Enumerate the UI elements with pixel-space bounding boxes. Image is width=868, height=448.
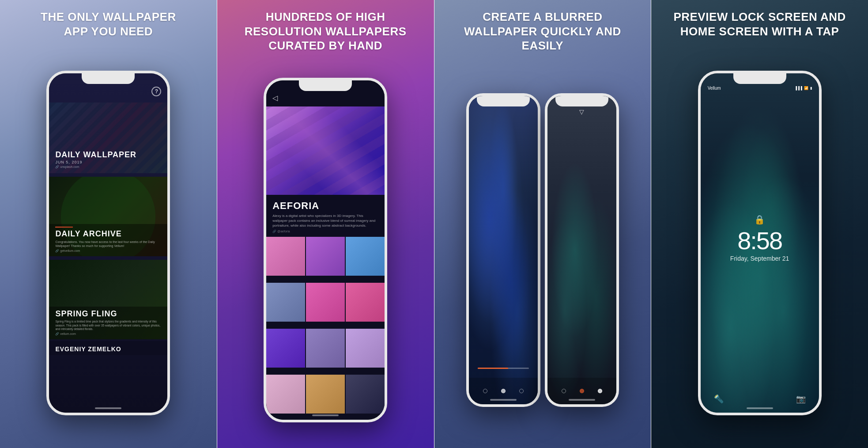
phone-3b-home-indicator xyxy=(569,399,595,401)
phone-3-wrapper: ▽ xyxy=(463,61,623,448)
phone-2-home-indicator xyxy=(312,414,339,416)
phone-3a-content xyxy=(469,96,538,404)
phone-2-content: ◁ AEFORIA Alexy is a digital artist who … xyxy=(266,80,385,420)
archive-wallpaper-item[interactable]: DAILY ARCHIVE Congratulations. You now h… xyxy=(49,177,167,256)
phone-3b-dot-2 xyxy=(580,389,584,393)
daily-wallpaper-label: DAILY WALLPAPER JUN 5, 2019 🔗 unsplash.c… xyxy=(49,147,167,173)
camera-icon: 📷 xyxy=(796,394,806,404)
back-icon[interactable]: ◁ xyxy=(272,94,278,102)
phone-1-content: ? DAILY WALLPAPER JUN 5, 2019 🔗 unsplash… xyxy=(49,73,167,413)
phone-3b-notch xyxy=(555,96,608,106)
gallery-thumb-4[interactable] xyxy=(266,283,305,322)
archive-title: DAILY ARCHIVE xyxy=(55,229,161,239)
phone-3a-slider[interactable] xyxy=(478,368,529,369)
phone-3b-dot-1 xyxy=(562,389,566,393)
archive-desc: Congratulations. You now have access to … xyxy=(55,240,161,248)
battery-icon: ▮ xyxy=(810,86,812,90)
lock-status-name: Vellum xyxy=(708,86,721,91)
spring-fling-item[interactable]: SPRING FLING Spring Fling is a limited t… xyxy=(49,260,167,339)
gallery-thumb-12[interactable] xyxy=(346,375,385,414)
lock-bottom-bar: 🔦 📷 xyxy=(701,394,819,404)
panel-2-title: HUNDREDS OF HIGH RESOLUTION WALLPAPERS C… xyxy=(230,10,421,53)
lock-center: 🔒 8:58 Friday, September 21 xyxy=(730,214,789,262)
daily-wallpaper-credit: 🔗 unsplash.com xyxy=(55,165,161,169)
daily-wallpaper-title: DAILY WALLPAPER xyxy=(55,150,161,159)
archive-divider xyxy=(55,227,73,228)
panel-3-header: CREATE A BLURRED WALLPAPER QUICKLY AND E… xyxy=(434,0,651,61)
artist-name-bar: EVGENIY ZEMELKO xyxy=(49,341,167,355)
spring-fling-title: SPRING FLING xyxy=(55,309,161,319)
panel-2-header: HUNDREDS OF HIGH RESOLUTION WALLPAPERS C… xyxy=(217,0,434,61)
gallery-thumb-7[interactable] xyxy=(266,329,305,368)
daily-wallpaper-item[interactable]: DAILY WALLPAPER JUN 5, 2019 🔗 unsplash.c… xyxy=(49,103,167,173)
lock-date: Friday, September 21 xyxy=(730,255,789,262)
archive-title-bar: DAILY ARCHIVE Congratulations. You now h… xyxy=(49,224,167,256)
filter-icon: ▽ xyxy=(579,108,584,115)
phone-1-container: ? DAILY WALLPAPER JUN 5, 2019 🔗 unsplash… xyxy=(0,46,217,448)
gallery-hero xyxy=(266,106,385,195)
lock-status-bar: Vellum ▐▐▐ 📶 ▮ xyxy=(701,86,819,91)
panel-1: THE ONLY WALLPAPERAPP YOU NEED ? DAILY W… xyxy=(0,0,217,448)
gallery-thumb-8[interactable] xyxy=(306,329,345,368)
phone-3b-content: ▽ xyxy=(547,96,616,404)
panel-4-title: PREVIEW LOCK SCREEN ANDHOME SCREEN WITH … xyxy=(673,10,845,38)
phone-4-content: Vellum ▐▐▐ 📶 ▮ 🔒 8:58 Friday, September … xyxy=(701,73,819,413)
panel-3: CREATE A BLURRED WALLPAPER QUICKLY AND E… xyxy=(434,0,651,448)
phone-3a-dot-1 xyxy=(483,389,487,393)
phone-1-notch xyxy=(82,73,135,84)
gallery-thumb-5[interactable] xyxy=(306,283,345,322)
phone-1: ? DAILY WALLPAPER JUN 5, 2019 🔗 unsplash… xyxy=(46,71,170,415)
artist-name: EVGENIY ZEMELKO xyxy=(55,345,161,353)
flashlight-icon: 🔦 xyxy=(714,394,724,404)
gallery-thumb-11[interactable] xyxy=(306,375,345,414)
phone-3a-notch xyxy=(477,96,530,106)
panel-2: HUNDREDS OF HIGH RESOLUTION WALLPAPERS C… xyxy=(217,0,434,448)
gallery-handle: 🔗 @aeforia xyxy=(272,230,378,233)
gallery-grid xyxy=(266,237,385,419)
gallery-thumb-3[interactable] xyxy=(346,237,385,276)
signal-icon: ▐▐▐ xyxy=(795,86,802,90)
wifi-icon: 📶 xyxy=(804,86,808,90)
phone-4-notch xyxy=(733,73,786,84)
phone-3a-dot-3 xyxy=(519,389,524,393)
lock-padlock-icon: 🔒 xyxy=(730,214,789,225)
phone-1-home-indicator xyxy=(95,407,121,409)
archive-credit: 🔗 getvellum.com xyxy=(55,249,161,253)
phone-3a-dot-2 xyxy=(501,389,506,393)
phone-2-container: ◁ AEFORIA Alexy is a digital artist who … xyxy=(217,61,434,448)
gallery-thumb-9[interactable] xyxy=(346,329,385,368)
gallery-thumb-6[interactable] xyxy=(346,283,385,322)
phone-4-container: Vellum ▐▐▐ 📶 ▮ 🔒 8:58 Friday, September … xyxy=(651,46,868,448)
phone-3b: ▽ xyxy=(545,93,619,407)
cloud-layer xyxy=(547,96,616,404)
phone-4-home-indicator xyxy=(747,407,773,409)
gallery-thumb-1[interactable] xyxy=(266,237,305,276)
panel-1-header: THE ONLY WALLPAPERAPP YOU NEED xyxy=(27,0,189,46)
help-icon[interactable]: ? xyxy=(151,87,161,96)
phone-2-notch xyxy=(299,80,352,91)
gallery-thumb-2[interactable] xyxy=(306,237,345,276)
phone-3b-dot-3 xyxy=(598,389,602,393)
spring-fling-desc: Spring Fling is a limited time pack that… xyxy=(55,320,161,331)
panel-4: PREVIEW LOCK SCREEN ANDHOME SCREEN WITH … xyxy=(651,0,868,448)
gallery-desc: Alexy is a digital artist who specialize… xyxy=(272,213,378,228)
gallery-thumb-10[interactable] xyxy=(266,375,305,414)
phone-3a-slider-fill xyxy=(478,368,509,369)
lock-time: 8:58 xyxy=(730,228,789,253)
phone-4: Vellum ▐▐▐ 📶 ▮ 🔒 8:58 Friday, September … xyxy=(698,71,822,415)
spring-fling-credit: 🔗 vellum.com xyxy=(55,332,161,336)
wave-layer xyxy=(469,96,538,404)
panel-1-title: THE ONLY WALLPAPERAPP YOU NEED xyxy=(41,10,176,38)
spring-fling-label: SPRING FLING Spring Fling is a limited t… xyxy=(49,307,167,339)
panel-3-title: CREATE A BLURRED WALLPAPER QUICKLY AND E… xyxy=(448,10,638,53)
gallery-artist-name: AEFORIA xyxy=(272,200,378,212)
gallery-info: AEFORIA Alexy is a digital artist who sp… xyxy=(266,195,385,237)
phone-3a-home-indicator xyxy=(490,399,517,401)
lock-status-icons: ▐▐▐ 📶 ▮ xyxy=(795,86,812,90)
phone-3a xyxy=(466,93,540,407)
daily-wallpaper-date: JUN 5, 2019 xyxy=(55,160,161,164)
phone-2: ◁ AEFORIA Alexy is a digital artist who … xyxy=(264,78,387,422)
panel-4-header: PREVIEW LOCK SCREEN ANDHOME SCREEN WITH … xyxy=(660,0,859,46)
